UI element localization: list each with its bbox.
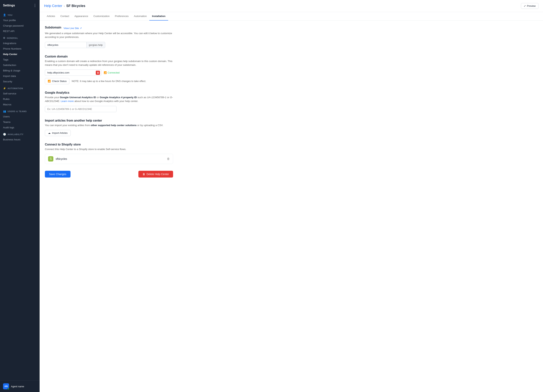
section-automation: ⚡ AUTOMATION xyxy=(0,84,40,91)
sidebar-item-macros[interactable]: Macros xyxy=(0,102,40,107)
sidebar-item-integrations[interactable]: Integrations xyxy=(0,40,40,46)
save-changes-button[interactable]: Save Changes xyxy=(45,171,71,178)
wifi-icon: 📶 xyxy=(104,71,107,74)
subdomain-input[interactable] xyxy=(45,42,86,48)
import-articles-desc: You can import your existing artiles fro… xyxy=(45,123,173,127)
avatar: AN xyxy=(3,383,9,389)
view-live-link[interactable]: View Live Site ↗ xyxy=(63,27,82,30)
sidebar-item-billing-usage[interactable]: Billing & Usage xyxy=(0,68,40,73)
status-dot xyxy=(8,388,9,390)
gear-icon: ⚙ xyxy=(3,37,6,39)
agent-row: AN Agent name xyxy=(0,381,40,392)
shopify-store-name: sfbicycles xyxy=(56,157,164,160)
bottom-actions: Save Changes 🗑 Delete Help Center xyxy=(45,171,173,178)
section-general: ⚙ GENERAL xyxy=(0,34,40,40)
users-icon: 👥 xyxy=(3,110,6,113)
sidebar: Settings ⋮ 👤 YOU Your profile Change pas… xyxy=(0,0,40,392)
settings-title: Settings xyxy=(3,4,15,7)
cloud-icon: ☁ xyxy=(48,132,51,134)
content-area: Subdomain View Live Site ↗ We generated … xyxy=(40,21,543,392)
section-users-teams: 👥 USERS & TEAMS xyxy=(0,107,40,114)
automation-icon: ⚡ xyxy=(3,87,6,90)
tab-bar: Articles Contact Appearance Customizatio… xyxy=(40,12,543,21)
preview-button[interactable]: ⤢ Preview xyxy=(521,3,538,9)
ga-italic1: UA-123456789-1 xyxy=(147,96,166,99)
tab-preferences[interactable]: Preferences xyxy=(112,12,131,21)
tab-automation[interactable]: Automation xyxy=(131,12,149,21)
shopify-delete-button[interactable]: 🗑 xyxy=(167,157,170,161)
sidebar-item-help-center[interactable]: Help Center xyxy=(0,51,40,57)
custom-domain-title: Custom domain xyxy=(45,55,538,58)
more-options-icon[interactable]: ⋮ xyxy=(33,3,37,8)
learn-more-link[interactable]: Learn more xyxy=(61,100,74,102)
sidebar-item-rules[interactable]: Rules xyxy=(0,96,40,102)
section-availability: 🕐 AVAILABILITY xyxy=(0,130,40,137)
sidebar-item-teams[interactable]: Teams xyxy=(0,119,40,125)
connect-shopify-desc: Connect this Help Center to a Shopify st… xyxy=(45,147,173,151)
sidebar-item-satisfaction[interactable]: Satisfaction xyxy=(0,62,40,68)
breadcrumb-current: SF Bicycles xyxy=(66,4,85,8)
import-articles-title: Import articles from another help center xyxy=(45,119,538,122)
import-bold: other supported help center solutions xyxy=(91,124,136,127)
breadcrumb-help-center[interactable]: Help Center xyxy=(44,4,62,8)
check-status-icon: 📶 xyxy=(48,80,51,83)
sidebar-item-import-data[interactable]: Import data xyxy=(0,73,40,79)
sidebar-item-your-profile[interactable]: Your profile xyxy=(0,17,40,23)
tab-contact[interactable]: Contact xyxy=(58,12,72,21)
shopify-icon: S xyxy=(48,156,53,162)
ga-bold2: Google Analytics 4 property ID xyxy=(100,96,137,99)
preview-icon: ⤢ xyxy=(524,5,526,7)
custom-domain-input[interactable] xyxy=(45,70,102,76)
analytics-input[interactable] xyxy=(45,106,117,112)
subdomain-section: Subdomain View Live Site ↗ We generated … xyxy=(45,26,538,48)
sidebar-item-business-hours[interactable]: Business hours xyxy=(0,137,40,142)
delete-help-center-button[interactable]: 🗑 Delete Help Center xyxy=(138,171,173,178)
subdomain-input-row: gorgias.help xyxy=(45,42,124,48)
agent-name: Agent name xyxy=(11,385,24,388)
sidebar-item-audit-logs[interactable]: Audit logs xyxy=(0,125,40,130)
import-articles-button[interactable]: ☁ Import Articles xyxy=(45,130,71,136)
external-link-icon: ↗ xyxy=(80,27,82,30)
sidebar-item-security[interactable]: Security xyxy=(0,79,40,84)
tab-articles[interactable]: Articles xyxy=(44,12,58,21)
tab-installation[interactable]: Installation xyxy=(149,12,168,21)
shopify-store-row: S sfbicycles 🗑 xyxy=(45,154,173,164)
clock-icon: 🕐 xyxy=(3,133,6,136)
google-analytics-desc: Provide your Google Universal Analytics … xyxy=(45,95,173,103)
connect-shopify-title: Connect to Shopify store xyxy=(45,143,538,146)
section-you: 👤 YOU xyxy=(0,11,40,17)
you-icon: 👤 xyxy=(3,14,6,17)
custom-domain-desc: Enabling a custom domain will create a r… xyxy=(45,59,173,67)
sidebar-header: Settings ⋮ xyxy=(0,0,40,11)
check-status-button[interactable]: 📶 Check Status xyxy=(45,78,69,84)
sidebar-item-tags[interactable]: Tags xyxy=(0,57,40,62)
delete-icon: 🗑 xyxy=(142,173,145,176)
main-panel: Help Center › SF Bicycles ⤢ Preview Arti… xyxy=(40,0,543,392)
subdomain-suffix: gorgias.help xyxy=(86,42,105,48)
subdomain-desc: We generated a unique subdomain where yo… xyxy=(45,32,173,39)
domain-input-wrap: 🗑 xyxy=(45,70,102,76)
top-bar: Help Center › SF Bicycles ⤢ Preview xyxy=(40,0,543,12)
sidebar-item-users[interactable]: Users xyxy=(0,114,40,119)
connect-shopify-section: Connect to Shopify store Connect this He… xyxy=(45,143,538,164)
breadcrumb-separator: › xyxy=(64,4,65,8)
import-articles-section: Import articles from another help center… xyxy=(45,119,538,136)
subdomain-title: Subdomain xyxy=(45,26,61,29)
google-analytics-section: Google Analytics Provide your Google Uni… xyxy=(45,91,538,112)
sidebar-item-phone-numbers[interactable]: Phone Numbers xyxy=(0,46,40,51)
domain-input-row: 🗑 📶 Connected xyxy=(45,70,538,76)
ga-bold1: Google Universal Analytics ID xyxy=(60,96,96,99)
sidebar-item-rest-api[interactable]: REST API xyxy=(0,28,40,34)
sidebar-item-change-password[interactable]: Change password xyxy=(0,23,40,28)
custom-domain-section: Custom domain Enabling a custom domain w… xyxy=(45,55,538,84)
google-analytics-title: Google Analytics xyxy=(45,91,538,95)
tab-appearance[interactable]: Appearance xyxy=(72,12,91,21)
dns-note: NOTE: It may take up to a few hours for … xyxy=(72,80,146,83)
connected-badge: 📶 Connected xyxy=(104,71,119,74)
sidebar-item-self-service[interactable]: Self-service xyxy=(0,91,40,96)
domain-delete-button[interactable]: 🗑 xyxy=(96,71,100,75)
breadcrumb: Help Center › SF Bicycles xyxy=(44,4,85,8)
tab-customization[interactable]: Customization xyxy=(91,12,112,21)
check-status-row: 📶 Check Status NOTE: It may take up to a… xyxy=(45,78,538,84)
